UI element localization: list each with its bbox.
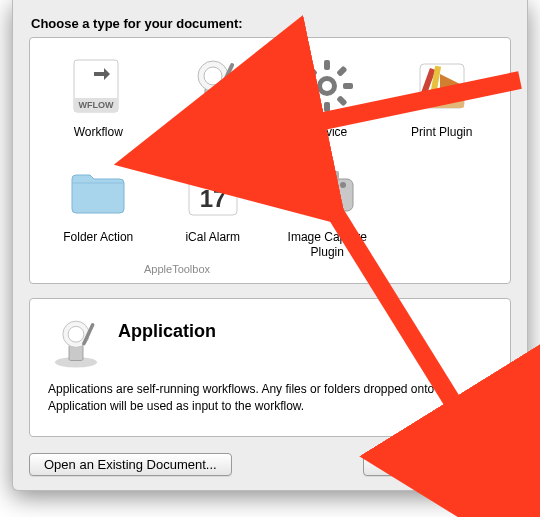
prompt-label: Choose a type for your document: xyxy=(31,16,511,31)
svg-text:WFLOW: WFLOW xyxy=(79,100,114,110)
svg-text:JUL: JUL xyxy=(205,173,220,182)
svg-rect-13 xyxy=(343,83,353,89)
folder-action-icon xyxy=(66,159,130,223)
watermark-text: AppleToolbox xyxy=(144,263,492,275)
description-panel: Application Applications are self-runnin… xyxy=(29,298,511,437)
svg-rect-29 xyxy=(315,171,339,181)
type-label: Application xyxy=(175,124,250,141)
description-text: Applications are self-running workflows.… xyxy=(48,381,492,416)
svg-rect-14 xyxy=(336,65,347,76)
svg-rect-17 xyxy=(336,95,347,106)
type-ical-alarm[interactable]: JUL 17 iCal Alarm xyxy=(163,157,264,246)
type-label: Folder Action xyxy=(55,229,141,246)
choose-button[interactable]: Choose xyxy=(436,453,511,476)
application-icon xyxy=(48,315,104,371)
service-icon xyxy=(295,54,359,118)
type-service[interactable]: Service xyxy=(277,52,378,141)
svg-rect-15 xyxy=(307,95,318,106)
type-label: Image Capture Plugin xyxy=(277,229,378,261)
application-icon xyxy=(181,54,245,118)
document-type-sheet: Choose a type for your document: WFLOW W… xyxy=(12,0,528,491)
svg-rect-11 xyxy=(324,102,330,112)
svg-rect-16 xyxy=(307,65,318,76)
type-label: Print Plugin xyxy=(403,124,480,141)
ical-alarm-icon: JUL 17 xyxy=(181,159,245,223)
print-plugin-icon xyxy=(410,54,474,118)
svg-rect-10 xyxy=(324,60,330,70)
svg-rect-12 xyxy=(301,83,311,89)
description-title: Application xyxy=(118,321,216,342)
type-print-plugin[interactable]: Print Plugin xyxy=(392,52,493,141)
workflow-icon: WFLOW xyxy=(66,54,130,118)
svg-point-36 xyxy=(68,326,84,342)
button-row: Open an Existing Document... Close Choos… xyxy=(29,453,511,476)
type-image-capture-plugin[interactable]: Image Capture Plugin xyxy=(277,157,378,261)
types-grid: WFLOW Workflow Application xyxy=(48,52,492,261)
svg-text:17: 17 xyxy=(199,185,226,212)
close-button[interactable]: Close xyxy=(363,453,426,476)
svg-rect-19 xyxy=(420,94,464,108)
svg-point-32 xyxy=(340,182,346,188)
type-label: iCal Alarm xyxy=(177,229,248,246)
type-workflow[interactable]: WFLOW Workflow xyxy=(48,52,149,141)
types-container: WFLOW Workflow Application xyxy=(29,37,511,284)
image-capture-icon xyxy=(295,159,359,223)
type-folder-action[interactable]: Folder Action xyxy=(48,157,149,246)
svg-point-31 xyxy=(320,188,334,202)
open-existing-button[interactable]: Open an Existing Document... xyxy=(29,453,232,476)
svg-point-6 xyxy=(204,67,222,85)
svg-point-9 xyxy=(322,81,332,91)
svg-rect-25 xyxy=(227,163,231,173)
type-application[interactable]: Application xyxy=(163,52,264,141)
svg-rect-24 xyxy=(195,163,199,173)
type-label: Workflow xyxy=(66,124,131,141)
type-label: Service xyxy=(299,124,355,141)
